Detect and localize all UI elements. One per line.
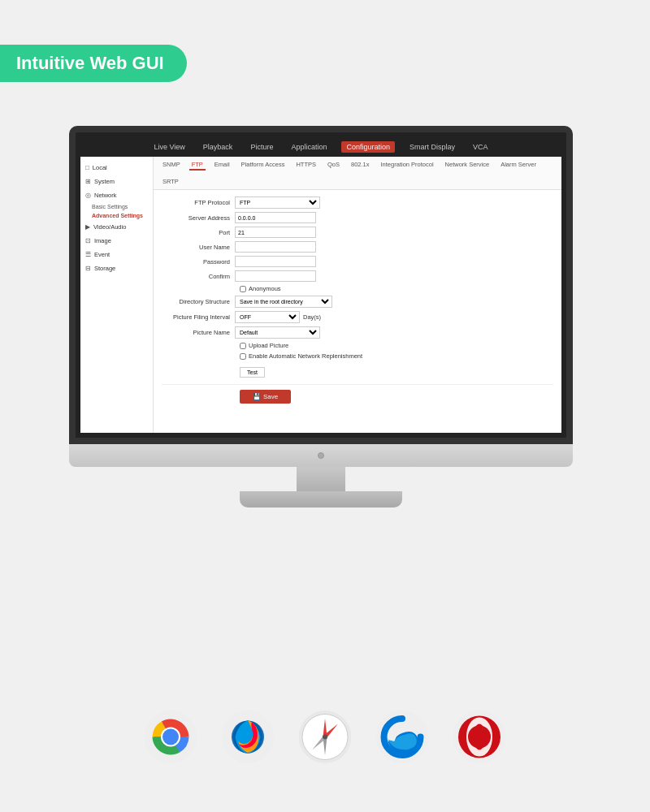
storage-icon: ⊟ — [85, 265, 91, 272]
anonymous-label: Anonymous — [249, 285, 281, 292]
svg-point-21 — [468, 726, 491, 749]
save-icon: 💾 — [253, 393, 261, 400]
directory-structure-label: Directory Structure — [162, 298, 235, 305]
ftp-protocol-label: FTP Protocol — [162, 199, 235, 206]
system-icon: ⊞ — [85, 178, 91, 185]
save-button[interactable]: 💾 Save — [240, 390, 291, 404]
port-input[interactable] — [235, 227, 316, 238]
sub-nav-alarm-server[interactable]: Alarm Server — [498, 160, 539, 171]
sidebar-item-local[interactable]: □ Local — [80, 161, 153, 175]
directory-structure-row: Directory Structure Save in the root dir… — [162, 296, 553, 308]
monitor: Live View Playback Picture Application C… — [69, 126, 573, 508]
ftp-protocol-select[interactable]: FTP — [235, 197, 320, 209]
network-icon: ◎ — [85, 192, 91, 199]
sidebar-item-system[interactable]: ⊞ System — [80, 175, 153, 188]
user-name-label: User Name — [162, 244, 235, 251]
local-icon: □ — [85, 164, 89, 171]
sub-nav-snmp[interactable]: SNMP — [160, 160, 183, 171]
password-label: Password — [162, 258, 235, 266]
anonymous-checkbox[interactable] — [240, 286, 246, 292]
enable-auto-label: Enable Automatic Network Replenishment — [249, 352, 362, 360]
firefox-icon — [222, 710, 275, 763]
nav-vca[interactable]: VCA — [470, 141, 492, 153]
opera-icon — [453, 710, 506, 763]
edge-icon — [376, 710, 429, 763]
upload-picture-label: Upload Picture — [249, 342, 288, 349]
monitor-stand-neck — [297, 467, 345, 491]
monitor-screen: Live View Playback Picture Application C… — [69, 126, 573, 444]
form-area: FTP Protocol FTP Server Address Port — [154, 190, 561, 410]
sub-nav-network-service[interactable]: Network Service — [443, 160, 492, 171]
sidebar-label-video-audio: Video/Audio — [93, 223, 126, 231]
test-button-wrapper: Test — [162, 363, 553, 381]
picture-name-label: Picture Name — [162, 329, 235, 336]
sidebar-label-storage: Storage — [94, 265, 115, 272]
sidebar-item-storage[interactable]: ⊟ Storage — [80, 261, 153, 275]
safari-icon — [299, 710, 352, 763]
sub-nav: SNMP FTP Email Platform Access HTTPS QoS… — [154, 157, 561, 190]
sidebar-item-image[interactable]: ⊡ Image — [80, 234, 153, 248]
sidebar-item-network[interactable]: ◎ Network — [80, 188, 153, 202]
picture-name-select[interactable]: Default — [235, 326, 320, 339]
anonymous-row: Anonymous — [162, 285, 553, 292]
nav-picture[interactable]: Picture — [247, 141, 276, 153]
sub-nav-srtp[interactable]: SRTP — [160, 177, 181, 186]
enable-auto-checkbox[interactable] — [240, 353, 246, 360]
save-button-wrapper: 💾 Save — [162, 390, 553, 404]
sidebar-label-system: System — [94, 178, 115, 185]
badge-text: Intuitive Web GUI — [16, 53, 164, 73]
confirm-row: Confirm — [162, 270, 553, 282]
sub-nav-platform-access[interactable]: Platform Access — [239, 160, 288, 171]
nav-smart-display[interactable]: Smart Display — [406, 141, 458, 153]
password-input[interactable] — [235, 256, 316, 267]
days-label: Day(s) — [303, 313, 321, 321]
user-name-row: User Name — [162, 241, 553, 253]
image-icon: ⊡ — [85, 237, 91, 244]
svg-point-16 — [323, 735, 327, 740]
directory-structure-select[interactable]: Save in the root directory — [235, 296, 332, 308]
sidebar-label-event: Event — [94, 251, 110, 258]
sidebar-item-advanced-settings[interactable]: Advanced Settings — [80, 211, 153, 220]
upload-picture-checkbox[interactable] — [240, 343, 246, 349]
event-icon: ☰ — [85, 251, 91, 258]
intuitive-web-gui-badge: Intuitive Web GUI — [0, 45, 187, 82]
chrome-icon — [145, 710, 197, 763]
nav-application[interactable]: Application — [288, 141, 330, 153]
save-label: Save — [263, 393, 278, 400]
monitor-power-dot — [318, 452, 324, 459]
confirm-input[interactable] — [235, 270, 316, 282]
sub-nav-email[interactable]: Email — [212, 160, 232, 171]
picture-filing-select[interactable]: OFF — [235, 311, 300, 323]
browser-icons — [145, 710, 506, 763]
svg-point-3 — [162, 729, 179, 745]
sub-nav-qos[interactable]: QoS — [325, 160, 342, 171]
main-area: SNMP FTP Email Platform Access HTTPS QoS… — [154, 157, 561, 433]
sidebar-label-advanced-settings: Advanced Settings — [92, 213, 143, 218]
server-address-label: Server Address — [162, 214, 235, 222]
test-button[interactable]: Test — [240, 367, 265, 378]
video-audio-icon: ▶ — [85, 223, 90, 231]
confirm-label: Confirm — [162, 273, 235, 280]
sidebar-item-event[interactable]: ☰ Event — [80, 248, 153, 261]
sidebar-item-basic-settings[interactable]: Basic Settings — [80, 202, 153, 211]
sub-nav-integration[interactable]: Integration Protocol — [379, 160, 436, 171]
sidebar-label-basic-settings: Basic Settings — [92, 204, 128, 209]
screen-content: □ Local ⊞ System ◎ Network Basic Setting… — [80, 157, 561, 433]
ftp-protocol-row: FTP Protocol FTP — [162, 197, 553, 209]
user-name-input[interactable] — [235, 241, 316, 253]
nav-configuration[interactable]: Configuration — [341, 141, 395, 153]
server-address-row: Server Address — [162, 212, 553, 223]
sidebar: □ Local ⊞ System ◎ Network Basic Setting… — [80, 157, 154, 433]
sub-nav-802-1x[interactable]: 802.1x — [349, 160, 372, 171]
picture-filing-row: Picture Filing Interval OFF Day(s) — [162, 311, 553, 323]
port-label: Port — [162, 229, 235, 236]
sub-nav-ftp[interactable]: FTP — [189, 160, 206, 171]
nav-playback[interactable]: Playback — [200, 141, 236, 153]
nav-live-view[interactable]: Live View — [150, 141, 188, 153]
sidebar-label-network: Network — [94, 192, 117, 199]
sub-nav-https[interactable]: HTTPS — [293, 160, 318, 171]
sidebar-item-video-audio[interactable]: ▶ Video/Audio — [80, 220, 153, 234]
server-address-input[interactable] — [235, 212, 316, 223]
top-nav: Live View Playback Picture Application C… — [80, 137, 561, 157]
enable-auto-row: Enable Automatic Network Replenishment — [162, 352, 553, 360]
